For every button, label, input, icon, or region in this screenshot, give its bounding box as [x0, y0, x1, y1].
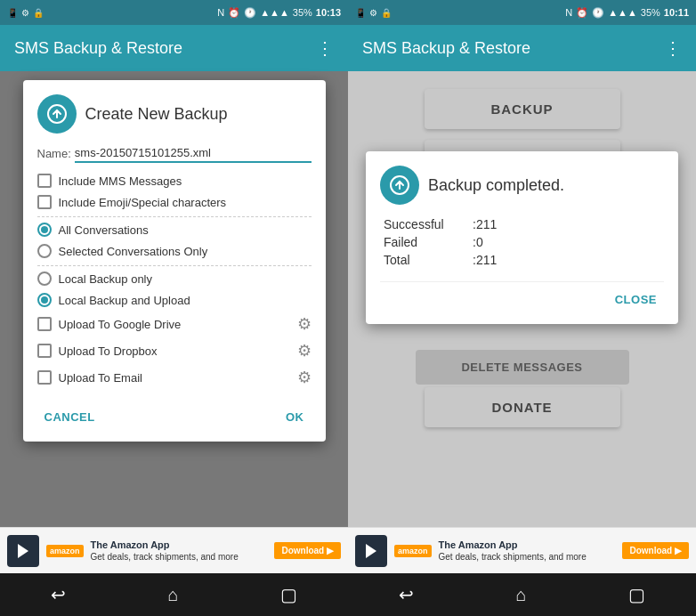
dropbox-checkbox[interactable] — [37, 344, 52, 358]
selected-conversations-label: Selected Conversations Only — [59, 245, 208, 258]
right-ad-banner: amazon The Amazon App Get deals, track s… — [348, 527, 696, 573]
left-more-menu[interactable]: ⋮ — [316, 37, 334, 59]
divider-2 — [37, 265, 312, 266]
donate-button[interactable]: DONATE — [425, 387, 620, 427]
notification-icon: 📱 — [7, 8, 18, 18]
right-more-menu[interactable]: ⋮ — [664, 37, 682, 59]
gdrive-checkbox[interactable] — [37, 317, 52, 331]
local-backup-radio[interactable] — [37, 272, 52, 286]
right-shield-icon: 🔒 — [381, 8, 392, 18]
selected-conversations-radio[interactable] — [37, 244, 52, 258]
gdrive-label: Upload To Google Drive — [59, 318, 182, 331]
nfc-icon: N — [217, 7, 224, 18]
total-value: 211 — [476, 253, 497, 267]
stat-successful: Successful : 211 — [384, 217, 660, 231]
right-notif-icon: 📱 — [355, 8, 366, 18]
right-time: 10:11 — [664, 7, 689, 18]
right-alarm-icon: ⏰ — [576, 7, 588, 19]
failed-label: Failed — [384, 235, 473, 249]
left-app-bar: SMS Backup & Restore ⋮ — [0, 25, 348, 71]
left-ad-banner: amazon The Amazon App Get deals, track s… — [0, 527, 348, 573]
recent-button[interactable]: ▢ — [259, 577, 319, 612]
gdrive-gear-icon[interactable]: ⚙ — [297, 314, 312, 334]
delete-messages-button-2[interactable]: DELETE MESSAGES — [416, 350, 629, 385]
delete-area: DELETE MESSAGES — [348, 350, 696, 385]
dialog-overlay: Create New Backup Name: Include MMS Mess… — [0, 71, 348, 527]
right-recent-button[interactable]: ▢ — [607, 577, 667, 612]
dropbox-gear-icon[interactable]: ⚙ — [297, 341, 312, 361]
right-app-bar: SMS Backup & Restore ⋮ — [348, 25, 696, 71]
upload-email-option[interactable]: Upload To Email ⚙ — [37, 368, 312, 387]
upload-dropbox-left: Upload To Dropbox — [37, 344, 158, 358]
dropbox-label: Upload To Dropbox — [59, 344, 158, 358]
left-download-button[interactable]: Download ▶ — [274, 542, 341, 559]
left-ad-icon — [7, 535, 39, 567]
completion-title: Backup completed. — [428, 176, 564, 195]
right-app-title: SMS Backup & Restore — [362, 39, 664, 58]
left-phone-panel: 📱 ⚙ 🔒 N ⏰ 🕐 ▲▲▲ 35% 10:13 SMS Backup & R… — [0, 0, 348, 616]
include-emoji-option[interactable]: Include Emoji/Special characters — [37, 195, 312, 209]
selected-conversations-option[interactable]: Selected Conversations Only — [37, 244, 312, 258]
local-upload-option[interactable]: Local Backup and Upload — [37, 293, 312, 307]
right-main-content: BACKUP RESTORE DELETE MESSAGES DONATE DE… — [348, 71, 696, 527]
left-status-icons: 📱 ⚙ 🔒 — [7, 8, 44, 18]
stat-failed: Failed : 0 — [384, 235, 660, 249]
include-mms-option[interactable]: Include MMS Messages — [37, 174, 312, 188]
right-nfc-icon: N — [565, 7, 572, 18]
completion-dialog: Backup completed. Successful : 211 Faile… — [366, 151, 678, 324]
upload-email-left: Upload To Email — [37, 370, 142, 385]
successful-value: 211 — [476, 217, 497, 231]
right-status-bar: 📱 ⚙ 🔒 N ⏰ 🕐 ▲▲▲ 35% 10:11 — [348, 0, 696, 25]
completion-buttons: CLOSE — [380, 289, 664, 310]
right-download-button[interactable]: Download ▶ — [622, 542, 689, 559]
upload-gdrive-option[interactable]: Upload To Google Drive ⚙ — [37, 314, 312, 334]
right-status-icons: 📱 ⚙ 🔒 — [355, 8, 392, 18]
completion-divider — [380, 281, 664, 282]
right-ad-title: The Amazon App — [439, 539, 518, 550]
include-mms-checkbox[interactable] — [37, 174, 52, 188]
right-play-icon — [366, 544, 376, 558]
total-label: Total — [384, 253, 473, 267]
all-conversations-radio[interactable] — [37, 223, 52, 237]
radio-inner-2 — [41, 296, 48, 304]
local-backup-option[interactable]: Local Backup only — [37, 272, 312, 286]
home-button[interactable]: ⌂ — [146, 578, 199, 612]
right-ad-text: The Amazon App Get deals, track shipment… — [439, 539, 616, 563]
upload-dropbox-option[interactable]: Upload To Dropbox ⚙ — [37, 341, 312, 361]
name-row: Name: — [37, 144, 312, 163]
email-gear-icon[interactable]: ⚙ — [297, 368, 312, 387]
back-button[interactable]: ↩ — [29, 577, 87, 612]
divider-1 — [37, 216, 312, 217]
right-phone-panel: 📱 ⚙ 🔒 N ⏰ 🕐 ▲▲▲ 35% 10:11 SMS Backup & R… — [348, 0, 696, 616]
backup-button[interactable]: BACKUP — [425, 89, 620, 129]
email-label: Upload To Email — [59, 371, 142, 385]
include-emoji-checkbox[interactable] — [37, 195, 52, 209]
completion-stats: Successful : 211 Failed : 0 Total : 211 — [380, 217, 664, 267]
failed-value: 0 — [476, 235, 483, 249]
right-ad-icon — [355, 535, 387, 567]
dialog-buttons: CANCEL OK — [37, 400, 312, 427]
local-upload-radio[interactable] — [37, 293, 52, 307]
left-ad-title: The Amazon App — [91, 539, 170, 550]
left-ad-subtitle: Get deals, track shipments, and more — [91, 552, 239, 562]
ok-button[interactable]: OK — [279, 407, 312, 427]
stat-total: Total : 211 — [384, 253, 660, 267]
completion-icon — [380, 166, 419, 205]
all-conversations-option[interactable]: All Conversations — [37, 223, 312, 237]
alarm-icon: ⏰ — [228, 7, 240, 19]
battery-text: 35% — [293, 7, 312, 18]
cancel-button[interactable]: CANCEL — [37, 407, 102, 427]
name-input[interactable] — [75, 144, 312, 163]
create-backup-dialog: Create New Backup Name: Include MMS Mess… — [23, 80, 326, 442]
right-nav-bar: ↩ ⌂ ▢ — [348, 573, 696, 616]
name-label: Name: — [37, 147, 71, 160]
left-ad-logo: amazon — [46, 545, 84, 557]
right-back-button[interactable]: ↩ — [377, 577, 435, 612]
right-home-button[interactable]: ⌂ — [494, 578, 547, 612]
all-conversations-label: All Conversations — [59, 223, 149, 237]
left-status-right: N ⏰ 🕐 ▲▲▲ 35% 10:13 — [217, 7, 341, 19]
successful-label: Successful — [384, 217, 473, 231]
email-checkbox[interactable] — [37, 370, 52, 385]
close-button[interactable]: CLOSE — [608, 289, 664, 310]
include-emoji-label: Include Emoji/Special characters — [59, 196, 227, 209]
